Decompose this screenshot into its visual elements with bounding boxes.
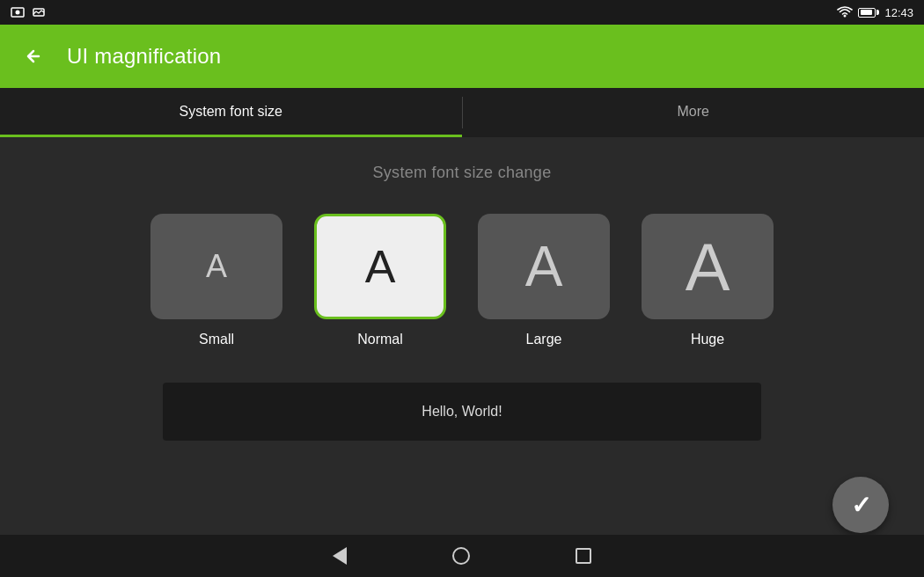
back-button[interactable] bbox=[18, 40, 49, 72]
section-title: System font size change bbox=[372, 164, 551, 182]
nav-bar bbox=[0, 535, 924, 577]
preview-text: Hello, World! bbox=[422, 404, 502, 419]
status-time: 12:43 bbox=[884, 6, 913, 19]
back-triangle-icon bbox=[333, 547, 347, 565]
font-box-large[interactable]: A bbox=[478, 214, 610, 319]
font-label-large: Large bbox=[526, 332, 562, 347]
status-left-icons bbox=[11, 5, 46, 19]
svg-point-1 bbox=[16, 11, 20, 15]
font-option-small[interactable]: A Small bbox=[150, 214, 282, 347]
font-option-large[interactable]: A Large bbox=[478, 214, 610, 347]
nav-back-button[interactable] bbox=[333, 547, 347, 565]
preview-container: Hello, World! bbox=[163, 383, 761, 441]
tab-bar: System font size More bbox=[0, 88, 924, 137]
back-arrow-icon bbox=[21, 44, 46, 69]
app-bar: UI magnification bbox=[0, 25, 924, 88]
wifi-icon bbox=[837, 6, 853, 18]
font-option-huge[interactable]: A Huge bbox=[642, 214, 774, 347]
font-label-small: Small bbox=[199, 332, 234, 347]
font-label-huge: Huge bbox=[691, 332, 724, 347]
confirm-button[interactable]: ✓ bbox=[832, 477, 889, 533]
nav-recents-button[interactable] bbox=[576, 548, 591, 564]
screenshot-icon-2 bbox=[32, 5, 46, 19]
font-letter-huge: A bbox=[686, 229, 730, 305]
status-bar: 12:43 bbox=[0, 0, 924, 25]
status-right-icons: 12:43 bbox=[837, 6, 913, 19]
font-letter-normal: A bbox=[365, 240, 396, 293]
tab-more[interactable]: More bbox=[463, 88, 925, 137]
font-box-huge[interactable]: A bbox=[642, 214, 774, 319]
font-box-normal[interactable]: A bbox=[314, 214, 446, 319]
page-title: UI magnification bbox=[67, 44, 221, 69]
checkmark-icon: ✓ bbox=[851, 491, 871, 520]
battery-icon bbox=[858, 8, 879, 18]
main-content: System font size change A Small A Normal… bbox=[0, 137, 924, 458]
screenshot-icon-1 bbox=[11, 5, 25, 19]
recents-square-icon bbox=[576, 548, 591, 564]
home-circle-icon bbox=[452, 547, 470, 565]
font-size-options: A Small A Normal A Large A Huge bbox=[150, 214, 774, 347]
font-box-small[interactable]: A bbox=[150, 214, 282, 319]
font-letter-large: A bbox=[525, 234, 563, 299]
font-letter-small: A bbox=[206, 248, 227, 285]
font-option-normal[interactable]: A Normal bbox=[314, 214, 446, 347]
font-label-normal: Normal bbox=[357, 332, 403, 347]
nav-home-button[interactable] bbox=[452, 547, 470, 565]
tab-system-font-size[interactable]: System font size bbox=[0, 88, 462, 137]
